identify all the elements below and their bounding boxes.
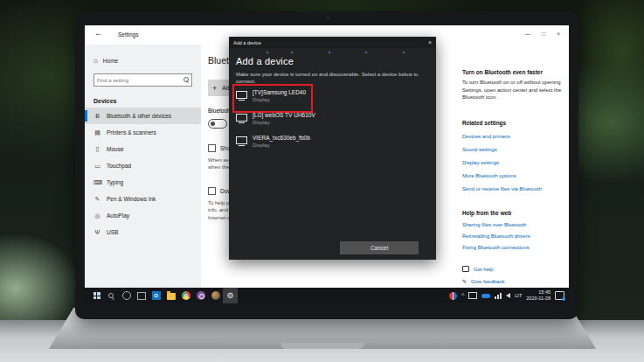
swift-pair-checkbox[interactable] (208, 144, 216, 152)
sidebar-item-autoplay[interactable]: ◎ AutoPlay (85, 207, 201, 224)
dialog-heading: Add a device (236, 56, 429, 66)
device-name: VIERA_txc630eb_fb0b (253, 135, 310, 141)
task-view-button[interactable] (134, 288, 149, 303)
back-arrow-icon[interactable]: ← (94, 29, 102, 38)
minimize-button[interactable]: — (525, 31, 531, 37)
dialog-close-icon[interactable]: × (428, 39, 432, 45)
link-display-settings[interactable]: Display settings (462, 160, 562, 165)
task-view-icon (137, 292, 146, 300)
outlook-icon: O (152, 291, 161, 300)
keyboard-icon: ⌨ (93, 179, 101, 186)
search-input[interactable] (94, 78, 191, 83)
chrome-button[interactable] (178, 288, 193, 303)
display-tray-icon[interactable] (468, 292, 477, 299)
sidebar-item-bluetooth[interactable]: Ƀ Bluetooth & other devices (85, 108, 201, 124)
start-button[interactable] (89, 288, 104, 303)
autoplay-icon: ◎ (93, 212, 101, 219)
maximize-button[interactable]: □ (542, 31, 545, 37)
link-sound-settings[interactable]: Sound settings (462, 147, 562, 152)
cortana-icon (122, 291, 131, 300)
sidebar-item-label: USB (107, 229, 118, 235)
sidebar-item-label: Bluetooth & other devices (107, 113, 171, 119)
device-name: [LG] webOS TV UH610V (253, 112, 315, 118)
app-button[interactable] (208, 288, 223, 303)
device-type: Display (253, 97, 306, 102)
usb-icon: Ψ (93, 229, 101, 235)
plus-icon: + (212, 84, 217, 93)
close-button[interactable]: × (557, 31, 560, 37)
settings-search (93, 73, 192, 87)
onedrive-icon[interactable] (481, 294, 490, 298)
sidebar-item-label: Printers & scanners (107, 129, 156, 136)
clock-date: 2020-11-28 (526, 296, 551, 302)
related-settings-title: Related settings (462, 120, 562, 126)
app-icon (211, 291, 220, 300)
sidebar-item-touchpad[interactable]: ▭ Touchpad (85, 157, 201, 174)
cancel-button[interactable]: Cancel (340, 241, 419, 254)
settings-sidebar: ⌂ Home Devices Ƀ Bluetooth & other devic… (85, 45, 201, 288)
device-type: Display (253, 143, 310, 148)
sidebar-item-home[interactable]: ⌂ Home (85, 53, 201, 68)
mouse-icon: ▯ (93, 146, 101, 153)
add-device-dialog: Add a device × Add a device Make sure yo… (229, 37, 436, 260)
sidebar-item-label: Mouse (107, 146, 124, 152)
dialog-titlebar: Add a device × (229, 37, 436, 48)
settings-taskbar-button[interactable]: ⚙ (223, 288, 238, 303)
taskbar-clock[interactable]: 15:45 2020-11-28 (526, 289, 551, 302)
windows-desktop: ← Settings — □ × ⌂ Home (85, 25, 569, 303)
device-list: [TV]Samsung LED40 Display [LG] webOS TV … (229, 87, 436, 155)
device-item-samsung[interactable]: [TV]Samsung LED40 Display (229, 87, 436, 107)
sidebar-item-printers[interactable]: ▤ Printers & scanners (85, 124, 201, 141)
display-icon (236, 136, 247, 144)
home-label: Home (103, 58, 118, 64)
outlook-button[interactable]: O (149, 288, 163, 303)
link-sharing-files[interactable]: Sharing files over Bluetooth (462, 222, 562, 227)
search-icon (184, 77, 189, 82)
volume-icon[interactable] (506, 293, 510, 298)
link-more-bluetooth-options[interactable]: More Bluetooth options (462, 173, 562, 178)
window-title: Settings (118, 31, 139, 38)
get-help-icon (462, 266, 469, 272)
dialog-title: Add a device (233, 40, 261, 45)
sidebar-item-pen[interactable]: ✎ Pen & Windows Ink (85, 191, 201, 207)
sidebar-item-usb[interactable]: Ψ USB (85, 224, 201, 240)
action-center-icon[interactable] (555, 291, 564, 300)
bluetooth-toggle[interactable] (208, 119, 227, 129)
device-item-viera[interactable]: VIERA_txc630eb_fb0b Display (229, 132, 436, 152)
give-feedback-label: Give feedback (471, 279, 504, 284)
link-devices-and-printers[interactable]: Devices and printers (462, 134, 562, 139)
sidebar-item-label: AutoPlay (107, 212, 129, 219)
device-item-lg[interactable]: [LG] webOS TV UH610V Display (229, 109, 436, 129)
network-icon[interactable] (495, 293, 502, 299)
link-reinstalling-drivers[interactable]: Reinstalling Bluetooth drivers (462, 233, 562, 239)
metered-checkbox[interactable] (208, 187, 216, 195)
laptop-screen: ← Settings — □ × ⌂ Home (75, 11, 578, 319)
get-help-link[interactable]: Get help (462, 266, 562, 272)
taskbar-search-button[interactable] (104, 288, 119, 303)
link-send-receive-files[interactable]: Send or receive files via Bluetooth (462, 186, 562, 191)
viber-icon (197, 291, 205, 300)
sidebar-item-label: Typing (107, 179, 123, 185)
folder-icon (167, 293, 176, 300)
feedback-icon: ✎ (462, 278, 467, 284)
viber-button[interactable] (193, 288, 208, 303)
language-indicator[interactable]: LIT (515, 293, 522, 298)
tip-title: Turn on Bluetooth even faster (462, 69, 562, 75)
help-from-web-title: Help from the web (462, 210, 562, 216)
home-icon: ⌂ (93, 57, 98, 65)
give-feedback-link[interactable]: ✎ Give feedback (462, 278, 562, 284)
sidebar-section-devices: Devices (93, 98, 192, 104)
antivirus-tray-icon[interactable] (449, 292, 457, 300)
show-hidden-icons[interactable]: ^ (461, 292, 464, 298)
dialog-description: Make sure your device is turned on and d… (236, 71, 424, 86)
tip-body: To turn Bluetooth on or off without open… (462, 79, 562, 101)
sidebar-item-label: Pen & Windows Ink (107, 196, 156, 202)
bluetooth-icon: Ƀ (93, 113, 101, 119)
sidebar-item-typing[interactable]: ⌨ Typing (85, 174, 201, 191)
clock-time: 15:45 (526, 289, 551, 296)
file-explorer-button[interactable] (163, 288, 178, 303)
device-name: [TV]Samsung LED40 (253, 89, 306, 95)
link-fixing-connections[interactable]: Fixing Bluetooth connections (462, 245, 562, 250)
cortana-button[interactable] (119, 288, 134, 303)
sidebar-item-mouse[interactable]: ▯ Mouse (85, 141, 201, 157)
